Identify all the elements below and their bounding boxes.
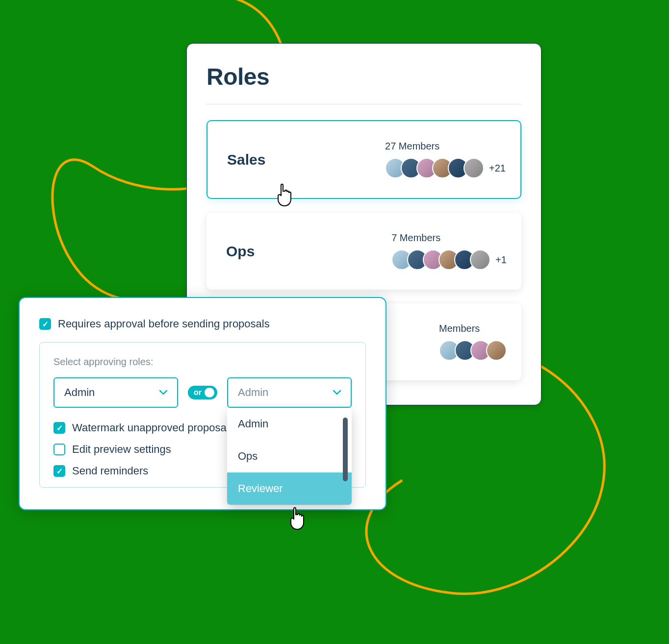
- avatar-overflow: +1: [495, 254, 507, 266]
- or-label: or: [194, 388, 202, 397]
- dropdown-placeholder: Admin: [238, 386, 268, 399]
- role-members: Members: [439, 323, 507, 361]
- role-card-ops[interactable]: Ops 7 Members +1: [206, 213, 521, 290]
- role-name: Ops: [226, 243, 255, 260]
- checkbox-label: Send reminders: [72, 465, 148, 477]
- avatar-row: +21: [385, 158, 506, 178]
- avatar-overflow: +21: [489, 163, 506, 174]
- roles-title: Roles: [206, 63, 521, 90]
- or-toggle[interactable]: or: [188, 386, 217, 399]
- approving-roles-box: Select approving roles: Admin or Admin A…: [39, 342, 366, 488]
- members-count: 27 Members: [385, 141, 439, 152]
- avatar: [486, 340, 507, 361]
- checkbox-label: Requires approval before sending proposa…: [58, 318, 270, 330]
- scrollbar-thumb[interactable]: [343, 418, 348, 481]
- checkbox-edit-preview[interactable]: [53, 444, 65, 455]
- members-count: 7 Members: [391, 232, 440, 244]
- requires-approval-row[interactable]: Requires approval before sending proposa…: [39, 318, 366, 330]
- checkbox-label: Watermark unapproved proposals: [72, 421, 234, 434]
- dropdown-option-admin[interactable]: Admin: [227, 408, 352, 440]
- divider: [206, 104, 521, 104]
- avatar: [463, 158, 484, 178]
- chevron-down-icon: [333, 390, 341, 395]
- avatar-row: +1: [391, 249, 507, 270]
- checkbox-label: Edit preview settings: [72, 443, 171, 456]
- dropdown-approving-role-2[interactable]: Admin Admin Ops Reviewer: [227, 377, 352, 408]
- checkbox-send-reminders[interactable]: [53, 465, 65, 477]
- checkbox-requires-approval[interactable]: [39, 318, 51, 330]
- toggle-knob: [205, 388, 214, 397]
- approval-panel: Requires approval before sending proposa…: [19, 297, 386, 510]
- avatar: [470, 249, 490, 270]
- chevron-down-icon: [159, 390, 167, 395]
- dropdown-row: Admin or Admin Admin Ops Reviewer: [53, 377, 352, 408]
- avatar-row: [439, 340, 507, 361]
- role-members: 7 Members +1: [391, 232, 507, 270]
- checkbox-watermark[interactable]: [53, 422, 65, 434]
- role-card-sales[interactable]: Sales 27 Members +21: [206, 120, 521, 199]
- dropdown-approving-role-1[interactable]: Admin: [53, 377, 178, 408]
- dropdown-option-reviewer[interactable]: Reviewer: [227, 472, 352, 505]
- dropdown-menu: Admin Ops Reviewer: [227, 408, 352, 505]
- dropdown-option-ops[interactable]: Ops: [227, 440, 352, 472]
- members-count: Members: [439, 323, 480, 334]
- role-members: 27 Members +21: [385, 141, 506, 178]
- approving-roles-label: Select approving roles:: [53, 356, 352, 368]
- role-name: Sales: [227, 151, 265, 168]
- dropdown-value: Admin: [64, 386, 95, 399]
